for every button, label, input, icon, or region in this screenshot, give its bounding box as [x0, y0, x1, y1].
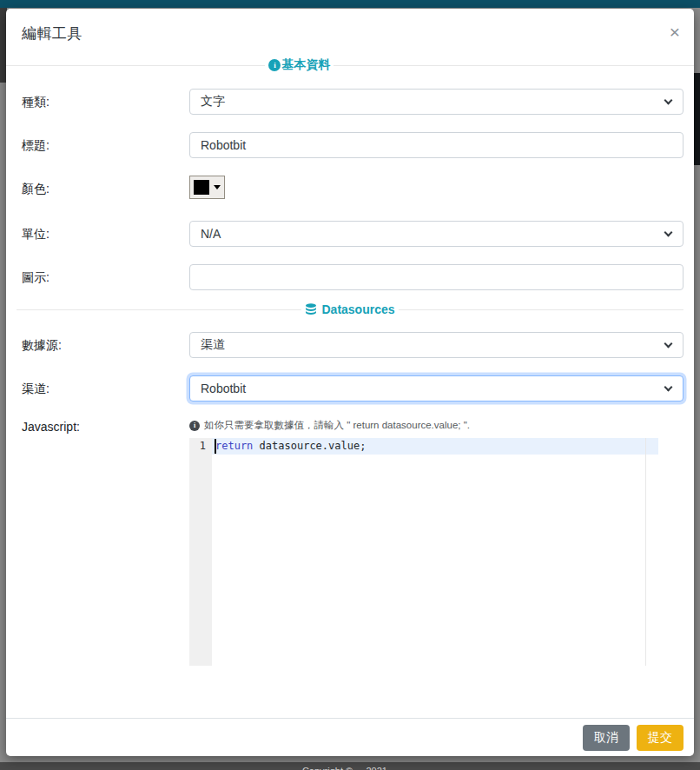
copyright-text: Copyright © ... 2021 ... — [302, 766, 398, 770]
channel-row: 渠道: Robotbit — [17, 375, 683, 402]
type-label: 種類: — [17, 89, 189, 115]
unit-select[interactable]: N/A — [189, 221, 683, 247]
code-line: return datasource.value; — [212, 438, 658, 455]
color-swatch — [194, 180, 209, 195]
datasource-select[interactable]: 渠道 — [189, 332, 683, 358]
datasource-select-value: 渠道 — [201, 337, 225, 353]
javascript-label: Javascript: — [17, 419, 189, 435]
type-row: 種類: 文字 — [17, 89, 683, 115]
section-datasources-label: Datasources — [321, 302, 394, 316]
editor-gutter: 1 — [189, 438, 212, 666]
channel-select-value: Robotbit — [201, 382, 246, 395]
submit-button[interactable]: 提交 — [637, 725, 683, 751]
line-number: 1 — [189, 438, 206, 455]
javascript-hint-text: 如你只需要拿取數據值，請輸入 " return datasource.value… — [204, 419, 470, 432]
title-input[interactable] — [189, 132, 683, 158]
channel-select[interactable]: Robotbit — [189, 375, 683, 402]
javascript-row: Javascript: i 如你只需要拿取數據值，請輸入 " return da… — [17, 419, 683, 666]
modal-title: 編輯工具 — [22, 23, 680, 43]
section-basic-info: i 基本資料 — [6, 57, 694, 73]
divider — [399, 309, 683, 310]
database-icon — [305, 303, 317, 316]
color-picker[interactable] — [189, 176, 225, 199]
modal-body: 種類: 文字 標題: 顏色: 單位: — [6, 89, 694, 666]
unit-select-value: N/A — [201, 227, 221, 241]
section-basic-label: 基本資料 — [281, 57, 330, 73]
print-margin-ruler — [645, 438, 646, 666]
code-editor[interactable]: 1 return datasource.value; — [189, 438, 658, 666]
top-navbar — [0, 0, 700, 8]
unit-row: 單位: N/A — [17, 221, 683, 247]
editor-code-area[interactable]: return datasource.value; — [212, 438, 658, 666]
code-keyword: return — [215, 440, 253, 452]
javascript-hint: i 如你只需要拿取數據值，請輸入 " return datasource.val… — [189, 419, 683, 432]
datasource-label: 數據源: — [17, 332, 189, 358]
icon-label: 圖示: — [17, 264, 189, 290]
section-datasources: Datasources — [17, 302, 683, 316]
channel-label: 渠道: — [17, 375, 189, 402]
datasource-row: 數據源: 渠道 — [17, 332, 683, 358]
divider — [6, 65, 265, 66]
unit-label: 單位: — [17, 221, 189, 247]
code-text: datasource.value; — [253, 440, 366, 452]
text-cursor — [215, 439, 216, 454]
title-row: 標題: — [17, 132, 683, 158]
page-footer-bar: Copyright © ... 2021 ... — [0, 762, 700, 770]
divider — [17, 309, 301, 310]
close-button[interactable]: × — [670, 23, 680, 41]
color-label: 顏色: — [17, 176, 189, 202]
color-row: 顏色: — [17, 176, 683, 202]
icon-input[interactable] — [189, 264, 683, 290]
dropdown-arrow-icon — [214, 185, 221, 189]
edit-tool-modal: 編輯工具 × i 基本資料 種類: 文字 標題: 顏色: — [6, 9, 694, 756]
type-select-value: 文字 — [201, 94, 225, 110]
type-select[interactable]: 文字 — [189, 89, 683, 115]
info-icon: i — [189, 421, 200, 431]
modal-footer: 取消 提交 — [6, 718, 694, 756]
icon-row: 圖示: — [17, 264, 683, 290]
cancel-button[interactable]: 取消 — [583, 725, 630, 751]
modal-header: 編輯工具 × — [6, 9, 694, 43]
info-icon: i — [268, 59, 281, 71]
divider — [333, 65, 694, 66]
title-label: 標題: — [17, 132, 189, 158]
